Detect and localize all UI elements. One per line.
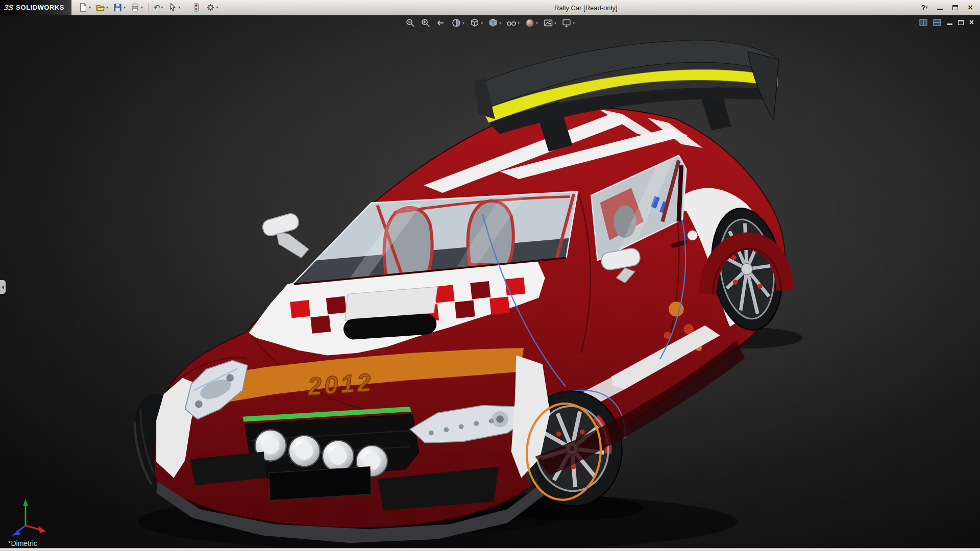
chevron-left-icon	[2, 285, 4, 289]
dropdown-caret-icon[interactable]: ▾	[179, 6, 181, 10]
save-button[interactable]: ▾	[111, 2, 127, 13]
dropdown-caret-icon[interactable]: ▾	[462, 21, 464, 26]
view-settings-button[interactable]: ▾	[561, 18, 575, 28]
feature-manager-collapse-tab[interactable]	[0, 280, 6, 294]
display-style-button[interactable]: ▾	[488, 18, 501, 28]
tile-panes-button[interactable]	[919, 18, 927, 27]
left-mirror	[261, 212, 309, 258]
solidworks-logo: 3S SOLIDWORKS	[0, 0, 71, 15]
view-orientation-icon	[470, 18, 480, 28]
close-icon: ×	[968, 3, 973, 12]
undo-icon: ↶	[154, 4, 160, 11]
minimize-icon	[937, 5, 943, 10]
new-document-button[interactable]: ▾	[77, 2, 92, 13]
print-icon	[130, 3, 140, 12]
doc-minimize-button[interactable]	[947, 18, 952, 27]
apply-scene-button[interactable]: ▾	[543, 18, 556, 28]
doc-restore-button[interactable]	[958, 18, 964, 27]
minimize-icon	[947, 20, 952, 25]
view-settings-icon	[561, 18, 572, 28]
hide-show-items-button[interactable]: ▾	[506, 18, 520, 28]
doc-close-button[interactable]: ×	[969, 18, 974, 27]
reference-triad	[6, 494, 52, 540]
save-icon	[113, 3, 122, 12]
help-icon: ?	[921, 4, 926, 12]
status-bar	[0, 548, 980, 551]
titlebar: 3S SOLIDWORKS ▾ ▾ ▾ ▾ ↶ ▾ ▾	[0, 0, 980, 15]
solidworks-wordmark: SOLIDWORKS	[16, 4, 64, 11]
select-button[interactable]: ▾	[166, 2, 182, 13]
maximize-button[interactable]	[950, 3, 960, 13]
section-view-button[interactable]: ▾	[451, 18, 464, 28]
zoom-to-fit-icon	[405, 18, 415, 28]
dropdown-caret-icon: ▾	[925, 6, 927, 10]
select-cursor-icon	[168, 3, 178, 12]
view-orientation-label: *Dimetric	[8, 539, 37, 547]
edit-appearance-icon	[525, 18, 535, 28]
document-window-controls: ×	[919, 18, 974, 27]
restore-icon	[958, 20, 964, 25]
graphics-area[interactable]: 2012	[0, 15, 980, 548]
rebuild-button[interactable]	[190, 2, 203, 13]
dropdown-caret-icon[interactable]: ▾	[161, 6, 163, 10]
toolbar-separator	[148, 3, 149, 12]
year-decal: 2012	[306, 368, 374, 400]
edit-appearance-button[interactable]: ▾	[525, 18, 538, 28]
tile-panes-icon	[919, 19, 927, 26]
zoom-to-area-icon	[421, 18, 431, 28]
window-title: Rally Car [Read-only]	[554, 0, 618, 15]
close-button[interactable]: ×	[966, 3, 975, 13]
y-axis-arrow	[23, 499, 28, 506]
dropdown-caret-icon[interactable]: ▾	[554, 21, 556, 26]
display-style-icon	[488, 18, 498, 28]
dropdown-caret-icon[interactable]: ▾	[499, 21, 501, 26]
print-button[interactable]: ▾	[129, 2, 144, 13]
3ds-logo-icon: 3S	[4, 3, 14, 12]
hide-show-items-icon	[506, 18, 517, 28]
zoom-to-fit-button[interactable]	[405, 18, 415, 28]
toolbar-separator	[186, 3, 186, 12]
section-view-icon	[451, 18, 461, 28]
options-gear-icon	[206, 3, 215, 12]
split-pane-icon	[933, 19, 941, 26]
view-orientation-button[interactable]: ▾	[470, 18, 483, 28]
close-icon: ×	[969, 18, 974, 27]
headsup-view-toolbar: ▾ ▾ ▾ ▾ ▾ ▾ ▾	[405, 18, 575, 28]
quick-access-toolbar: ▾ ▾ ▾ ▾ ↶ ▾ ▾ ▾	[71, 2, 220, 13]
previous-view-icon	[436, 18, 446, 28]
dropdown-caret-icon[interactable]: ▾	[518, 21, 520, 26]
maximize-icon	[952, 5, 958, 10]
x-axis-arrow	[38, 526, 46, 533]
window-controls: ? ▾ ×	[920, 3, 980, 13]
zoom-to-area-button[interactable]	[421, 18, 431, 28]
car-model-view[interactable]: 2012	[0, 15, 980, 548]
options-button[interactable]: ▾	[204, 2, 220, 13]
previous-view-button[interactable]	[436, 18, 446, 28]
split-pane-button[interactable]	[933, 18, 941, 27]
apply-scene-icon	[543, 18, 553, 28]
dropdown-caret-icon[interactable]: ▾	[481, 21, 483, 26]
dropdown-caret-icon[interactable]: ▾	[106, 6, 108, 10]
minimize-button[interactable]	[935, 3, 944, 13]
dropdown-caret-icon[interactable]: ▾	[89, 6, 91, 10]
dropdown-caret-icon[interactable]: ▾	[141, 6, 143, 10]
dropdown-caret-icon[interactable]: ▾	[124, 6, 126, 10]
dropdown-caret-icon[interactable]: ▾	[216, 6, 218, 10]
dropdown-caret-icon[interactable]: ▾	[536, 21, 538, 26]
undo-button[interactable]: ↶ ▾	[152, 3, 165, 12]
dropdown-caret-icon[interactable]: ▾	[573, 21, 575, 26]
rebuild-icon	[191, 3, 201, 12]
open-icon	[95, 3, 105, 12]
open-button[interactable]: ▾	[94, 2, 110, 13]
help-button[interactable]: ? ▾	[920, 3, 929, 13]
new-document-icon	[78, 3, 88, 12]
